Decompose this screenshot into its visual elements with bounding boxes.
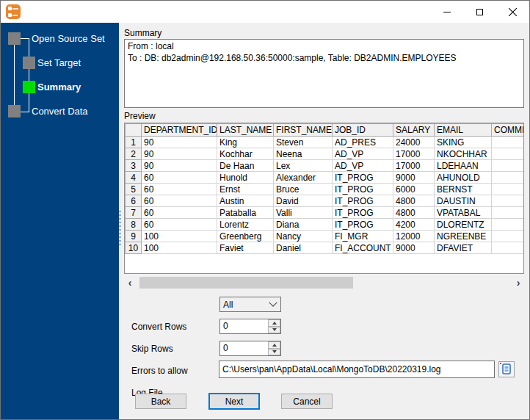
- table-cell[interactable]: AD_PRES: [333, 137, 393, 148]
- table-cell[interactable]: 100: [142, 242, 217, 254]
- open-log-button[interactable]: [498, 361, 515, 377]
- table-cell[interactable]: 60: [142, 207, 217, 219]
- next-button[interactable]: Next: [208, 393, 260, 410]
- table-cell[interactable]: Faviet: [217, 242, 274, 254]
- table-cell[interactable]: [492, 184, 525, 195]
- step-marker-open-source-set[interactable]: [8, 32, 21, 45]
- convert-rows-select[interactable]: All: [219, 297, 281, 312]
- scrollbar-thumb[interactable]: [139, 277, 353, 289]
- table-cell[interactable]: Kochhar: [217, 148, 274, 160]
- errors-decrement-button[interactable]: [268, 349, 280, 356]
- table-cell[interactable]: BERNST: [435, 184, 492, 195]
- column-header-department_id[interactable]: DEPARTMENT_ID: [142, 124, 217, 137]
- table-cell[interactable]: [492, 148, 525, 160]
- column-header-commission_pct[interactable]: COMMISSION_PCT: [492, 124, 525, 137]
- scroll-right-arrow-icon[interactable]: ›: [512, 277, 524, 289]
- table-cell[interactable]: 60: [142, 195, 217, 207]
- table-cell[interactable]: 4800: [393, 195, 435, 207]
- table-cell[interactable]: 6000: [393, 184, 435, 195]
- splitter-handle[interactable]: [119, 211, 121, 246]
- table-cell[interactable]: 60: [142, 172, 217, 184]
- column-header-last_name[interactable]: LAST_NAME: [217, 124, 274, 137]
- sidebar-item-summary[interactable]: Summary: [37, 81, 81, 93]
- cancel-button[interactable]: Cancel: [281, 394, 333, 409]
- table-cell[interactable]: Bruce: [274, 184, 333, 195]
- table-cell[interactable]: 17000: [393, 148, 435, 160]
- row-header[interactable]: 8: [126, 219, 142, 231]
- table-cell[interactable]: Steven: [274, 137, 333, 148]
- row-header[interactable]: 2: [126, 148, 142, 160]
- skip-rows-decrement-button[interactable]: [268, 327, 280, 334]
- sidebar-item-open-source-set[interactable]: Open Source Set: [32, 32, 105, 45]
- log-file-input[interactable]: [219, 361, 495, 378]
- table-cell[interactable]: NGREENBE: [435, 231, 492, 242]
- table-cell[interactable]: DFAVIET: [435, 242, 492, 254]
- table-cell[interactable]: [492, 207, 525, 219]
- column-header-job_id[interactable]: JOB_ID: [333, 124, 393, 137]
- table-cell[interactable]: [492, 242, 525, 254]
- table-cell[interactable]: Austin: [217, 195, 274, 207]
- table-cell[interactable]: [492, 195, 525, 207]
- table-cell[interactable]: Alexander: [274, 172, 333, 184]
- table-cell[interactable]: Nancy: [274, 231, 333, 242]
- app-icon[interactable]: [6, 4, 21, 19]
- table-cell[interactable]: 4200: [393, 219, 435, 231]
- table-cell[interactable]: Neena: [274, 148, 333, 160]
- table-cell[interactable]: Hunold: [217, 172, 274, 184]
- table-cell[interactable]: DAUSTIN: [435, 195, 492, 207]
- skip-rows-increment-button[interactable]: [268, 319, 280, 327]
- table-cell[interactable]: David: [274, 195, 333, 207]
- table-cell[interactable]: IT_PROG: [333, 195, 393, 207]
- table-cell[interactable]: FI_MGR: [333, 231, 393, 242]
- errors-increment-button[interactable]: [268, 341, 280, 349]
- row-header[interactable]: 4: [126, 172, 142, 184]
- back-button[interactable]: Back: [135, 394, 186, 409]
- row-header[interactable]: 3: [126, 160, 142, 172]
- table-cell[interactable]: [492, 231, 525, 242]
- minimize-button[interactable]: [430, 1, 463, 23]
- column-header-email[interactable]: EMAIL: [435, 124, 492, 137]
- preview-data-grid[interactable]: DEPARTMENT_IDLAST_NAMEFIRST_NAMEJOB_IDSA…: [124, 123, 524, 274]
- table-cell[interactable]: 9000: [393, 242, 435, 254]
- column-header-first_name[interactable]: FIRST_NAME: [274, 124, 333, 137]
- table-cell[interactable]: Lorentz: [217, 219, 274, 231]
- table-cell[interactable]: 60: [142, 219, 217, 231]
- skip-rows-stepper[interactable]: 0: [219, 319, 281, 334]
- table-cell[interactable]: IT_PROG: [333, 207, 393, 219]
- table-cell[interactable]: De Haan: [217, 160, 274, 172]
- table-cell[interactable]: 12000: [393, 231, 435, 242]
- table-cell[interactable]: LDEHAAN: [435, 160, 492, 172]
- column-header-salary[interactable]: SALARY: [393, 124, 435, 137]
- close-button[interactable]: [496, 1, 529, 23]
- table-cell[interactable]: [492, 160, 525, 172]
- row-header[interactable]: 6: [126, 195, 142, 207]
- table-cell[interactable]: Ernst: [217, 184, 274, 195]
- table-cell[interactable]: Diana: [274, 219, 333, 231]
- table-cell[interactable]: 4800: [393, 207, 435, 219]
- table-cell[interactable]: 60: [142, 184, 217, 195]
- table-cell[interactable]: Daniel: [274, 242, 333, 254]
- table-cell[interactable]: NKOCHHAR: [435, 148, 492, 160]
- row-header[interactable]: 7: [126, 207, 142, 219]
- sidebar-item-set-target[interactable]: Set Target: [37, 57, 81, 69]
- table-cell[interactable]: AD_VP: [333, 160, 393, 172]
- sidebar-item-convert-data[interactable]: Convert Data: [32, 105, 88, 117]
- row-header[interactable]: 1: [126, 137, 142, 148]
- row-header[interactable]: 5: [126, 184, 142, 195]
- maximize-button[interactable]: [463, 1, 496, 23]
- step-marker-set-target[interactable]: [23, 57, 35, 69]
- table-cell[interactable]: [492, 137, 525, 148]
- table-cell[interactable]: AD_VP: [333, 148, 393, 160]
- table-cell[interactable]: 17000: [393, 160, 435, 172]
- row-header-corner[interactable]: [126, 124, 142, 137]
- table-cell[interactable]: DLORENTZ: [435, 219, 492, 231]
- table-cell[interactable]: 24000: [393, 137, 435, 148]
- summary-textbox[interactable]: From : local To : DB: db2admin@192.168.5…: [124, 39, 524, 108]
- table-cell[interactable]: [492, 219, 525, 231]
- table-cell[interactable]: IT_PROG: [333, 184, 393, 195]
- table-cell[interactable]: [492, 172, 525, 184]
- table-cell[interactable]: Valli: [274, 207, 333, 219]
- table-cell[interactable]: FI_ACCOUNT: [333, 242, 393, 254]
- step-marker-convert-data[interactable]: [8, 105, 21, 117]
- row-header[interactable]: 9: [126, 231, 142, 242]
